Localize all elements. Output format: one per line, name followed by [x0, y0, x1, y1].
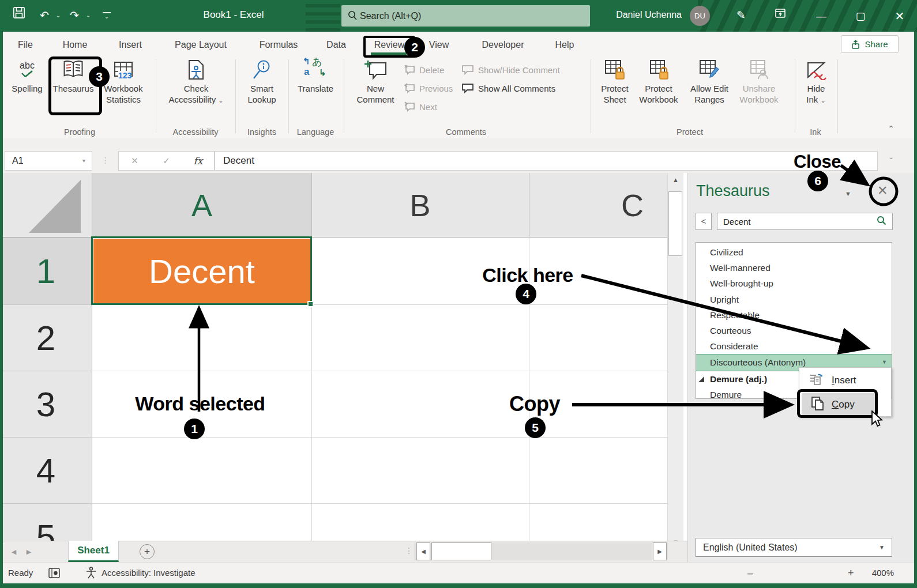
tab-formulas[interactable]: Formulas [254, 36, 303, 54]
list-item[interactable]: Considerate [696, 338, 892, 354]
column-header-a[interactable]: A [92, 173, 311, 238]
save-icon[interactable] [9, 5, 29, 27]
maximize-button[interactable]: ▢ [848, 5, 873, 28]
hide-ink-button[interactable]: Hide Ink ⌄ [798, 58, 834, 126]
tab-view[interactable]: View [426, 36, 452, 54]
allow-edit-ranges-button[interactable]: Allow Edit Ranges [685, 58, 734, 126]
spelling-label: Spelling [12, 83, 42, 94]
minimize-button[interactable]: — [809, 5, 834, 28]
row-header-3[interactable]: 3 [0, 371, 92, 437]
list-item[interactable]: Courteous [696, 323, 892, 338]
scroll-up-icon[interactable]: ▲ [668, 176, 683, 183]
unshare-workbook-button[interactable]: Unshare Workbook [734, 58, 784, 126]
list-item[interactable]: Respectable [696, 307, 892, 323]
new-comment-button[interactable]: New Comment [352, 58, 399, 126]
show-hide-comment-button[interactable]: Show/Hide Comment [461, 62, 560, 77]
undo-icon[interactable]: ↶ [35, 5, 54, 27]
new-sheet-button[interactable]: + [140, 544, 155, 559]
row-header-5[interactable]: 5 [0, 503, 92, 541]
vertical-scrollbar-thumb[interactable] [668, 191, 682, 256]
redo-icon[interactable]: ↷ [65, 5, 84, 27]
cancel-entry-icon[interactable]: ✕ [119, 156, 151, 166]
row-header-4[interactable]: 4 [0, 437, 92, 503]
collapse-ribbon-icon[interactable]: ⌃ [882, 124, 900, 133]
row-header-2[interactable]: 2 [0, 304, 92, 371]
zoom-level[interactable]: 400% [864, 568, 894, 578]
show-all-comments-button[interactable]: Show All Comments [461, 81, 555, 96]
collapse-triangle-icon[interactable] [698, 376, 704, 382]
fill-handle[interactable] [307, 301, 314, 307]
insert-icon [810, 372, 825, 389]
check-accessibility-button[interactable]: Check Accessibility ⌄ [166, 58, 226, 126]
name-box[interactable]: A1 ▾ [5, 151, 92, 171]
hscroll-left-icon[interactable]: ◀ [416, 542, 430, 560]
spelling-button[interactable]: abc Spelling [8, 58, 46, 126]
confirm-entry-icon[interactable]: ✓ [151, 156, 182, 166]
tab-file[interactable]: File [14, 36, 37, 54]
close-window-button[interactable]: ✕ [887, 5, 912, 28]
pane-search-icon[interactable] [877, 216, 886, 227]
insert-function-icon[interactable]: fx [182, 155, 214, 167]
zoom-in-icon[interactable]: + [848, 567, 854, 579]
list-item[interactable]: Well-mannered [696, 260, 892, 276]
ribbon-display-options-icon[interactable] [771, 5, 790, 27]
language-select[interactable]: English (United States) ▼ [696, 538, 892, 557]
macro-record-icon[interactable] [48, 567, 60, 581]
spreadsheet-grid[interactable]: A B C 1 2 3 4 5 Decent [0, 173, 667, 541]
name-box-dropdown-icon[interactable]: ▾ [82, 152, 85, 170]
smart-lookup-button[interactable]: Smart Lookup [241, 58, 283, 126]
zoom-out-icon[interactable]: – [747, 567, 753, 579]
sheet-nav-left-icon[interactable]: ◀ [8, 548, 20, 556]
menu-item-insert[interactable]: Insert [801, 369, 890, 392]
next-comment-button[interactable]: Next [404, 99, 437, 114]
customize-quick-access-icon[interactable]: ⌄ [103, 12, 111, 20]
list-item[interactable]: Civilized [696, 244, 892, 260]
sheet-nav-right-icon[interactable]: ▶ [23, 548, 35, 556]
pane-close-icon[interactable]: ✕ [877, 183, 888, 198]
pane-back-button[interactable]: < [696, 213, 712, 230]
tab-data[interactable]: Data [323, 36, 349, 54]
pane-options-dropdown-icon[interactable]: ▼ [845, 190, 851, 197]
window-border-left [0, 32, 3, 583]
hscroll-right-icon[interactable]: ▶ [653, 542, 667, 560]
redo-chevron-icon[interactable]: ⌄ [84, 5, 92, 27]
selected-item-label: Discourteous (Antonym) [710, 357, 806, 367]
sheet-tab-sheet1[interactable]: Sheet1 [68, 541, 119, 562]
window-title: Book1 - Excel [190, 9, 277, 21]
tab-insert[interactable]: Insert [114, 36, 146, 54]
annotation-badge-6: 6 [807, 171, 828, 191]
tab-split-handle-icon[interactable]: ⋮ [405, 546, 413, 555]
tab-page-layout[interactable]: Page Layout [168, 36, 233, 54]
review-tab-underline [371, 52, 407, 55]
horizontal-scrollbar-thumb[interactable] [431, 542, 491, 560]
column-header-c[interactable]: C [529, 173, 667, 238]
pane-search-input[interactable]: Decent [717, 213, 893, 230]
list-item[interactable]: Upright [696, 292, 892, 307]
status-accessibility[interactable]: Accessibility: Investigate [102, 568, 196, 578]
expand-formula-bar-icon[interactable]: ⌄ [882, 153, 900, 161]
protect-workbook-button[interactable]: Protect Workbook [633, 58, 684, 126]
share-icon [851, 40, 860, 49]
accessibility-checker-icon[interactable] [85, 567, 97, 581]
share-button[interactable]: Share [841, 35, 899, 53]
tab-developer[interactable]: Developer [476, 36, 529, 54]
list-item[interactable]: Well-brought-up [696, 276, 892, 291]
delete-comment-button[interactable]: Delete [404, 62, 444, 77]
column-header-b[interactable]: B [311, 173, 529, 238]
protect-sheet-button[interactable]: Protect Sheet [594, 58, 636, 126]
undo-chevron-icon[interactable]: ⌄ [54, 5, 62, 27]
previous-comment-button[interactable]: Previous [404, 81, 453, 96]
formula-value: Decent [223, 155, 254, 166]
tab-help[interactable]: Help [551, 36, 578, 54]
search-input[interactable]: Search (Alt+Q) [341, 5, 590, 27]
search-icon [347, 10, 358, 23]
tab-home[interactable]: Home [58, 36, 92, 54]
translate-button[interactable]: ↰ a あ ↳ Translate [293, 58, 338, 126]
avatar[interactable]: DU [690, 6, 710, 26]
select-all-button[interactable] [0, 173, 92, 238]
pane-title: Thesaurus [696, 182, 770, 200]
unshare-workbook-icon [749, 58, 769, 81]
protect-workbook-icon [648, 58, 669, 81]
row-header-1[interactable]: 1 [0, 238, 92, 304]
pen-icon[interactable]: ✎ [731, 5, 751, 27]
